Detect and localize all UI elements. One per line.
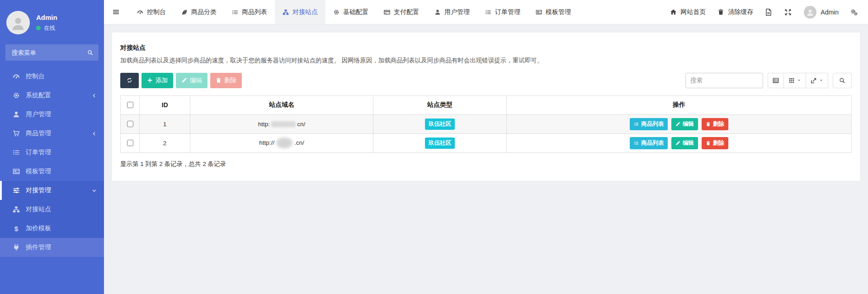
clear-cache-link[interactable]: 清除缓存 xyxy=(717,8,753,16)
export-button[interactable] xyxy=(806,73,828,88)
add-button-label: 添加 xyxy=(156,76,168,85)
home-icon xyxy=(670,9,677,15)
avatar xyxy=(6,11,30,34)
tab-label: 商品分类 xyxy=(191,8,217,16)
cell-id: 2 xyxy=(140,133,190,152)
tab-user-management[interactable]: 用户管理 xyxy=(427,0,477,24)
tab-order-management[interactable]: 订单管理 xyxy=(477,0,528,24)
search-submit-button[interactable] xyxy=(833,73,852,88)
sidebar-item-dashboard[interactable]: 控制台 xyxy=(0,67,104,86)
delete-button-label: 删除 xyxy=(224,76,236,85)
row-delete-button[interactable]: 删除 xyxy=(702,118,728,130)
sidebar-item-docking-sites[interactable]: 对接站点 xyxy=(0,200,104,219)
row-edit-button[interactable]: 编辑 xyxy=(671,118,698,130)
plug-icon xyxy=(13,244,20,251)
export-icon xyxy=(811,77,817,84)
settings-button[interactable] xyxy=(850,8,858,16)
edit-button-label: 编辑 xyxy=(190,76,202,85)
list-icon xyxy=(232,9,238,15)
refresh-button[interactable] xyxy=(120,73,139,88)
tab-label: 模板管理 xyxy=(546,8,571,16)
pencil-icon xyxy=(675,122,680,127)
menu-search-input[interactable] xyxy=(11,49,87,57)
row-delete-button[interactable]: 删除 xyxy=(702,137,728,149)
tab-payment-config[interactable]: 支付配置 xyxy=(376,0,427,24)
row-checkbox[interactable] xyxy=(127,121,133,127)
chevron-left-icon xyxy=(92,93,97,98)
columns-button[interactable] xyxy=(784,73,806,88)
tab-label: 对接站点 xyxy=(292,8,318,16)
menu-search-box[interactable] xyxy=(5,44,99,61)
language-button[interactable] xyxy=(765,8,773,16)
sidebar-item-label: 对接站点 xyxy=(26,205,51,213)
sidebar-item-plugin-management[interactable]: 插件管理 xyxy=(0,238,104,257)
avatar xyxy=(804,6,816,19)
site-home-link[interactable]: 网站首页 xyxy=(670,8,706,16)
trash-icon xyxy=(706,141,711,146)
list-icon xyxy=(485,9,491,15)
row-edit-button[interactable]: 编辑 xyxy=(671,137,698,149)
tab-label: 用户管理 xyxy=(444,8,470,16)
row-goods-list-button[interactable]: 商品列表 xyxy=(630,137,668,149)
header-checkbox-cell xyxy=(121,95,140,114)
table-search-input[interactable] xyxy=(685,73,763,88)
delete-button-disabled[interactable]: 删除 xyxy=(210,73,242,88)
cell-type: 玖伍社区 xyxy=(373,114,507,133)
sidebar-item-order-management[interactable]: 订单管理 xyxy=(0,143,104,162)
sidebar-item-label: 系统配置 xyxy=(26,91,51,100)
plus-icon xyxy=(147,77,153,83)
caret-down-icon xyxy=(797,78,801,82)
row-checkbox[interactable] xyxy=(127,140,133,146)
sidebar-item-markup-template[interactable]: $ 加价模板 xyxy=(0,219,104,238)
panel: 对接站点 加载商品列表以及选择同步商品的速度，取决于您的服务器访问对接站点的速度… xyxy=(112,33,860,181)
search-icon xyxy=(87,50,93,56)
trash-icon xyxy=(717,9,724,15)
dollar-icon: $ xyxy=(13,225,20,232)
topbar-right: 网站首页 清除缓存 Admin xyxy=(670,0,868,24)
tab-basic-config[interactable]: 基础配置 xyxy=(326,0,376,24)
list-icon xyxy=(634,141,639,146)
user-silhouette-icon xyxy=(806,9,814,17)
edit-button-disabled[interactable]: 编辑 xyxy=(176,73,208,88)
sidebar-item-user-management[interactable]: 用户管理 xyxy=(0,105,104,124)
row-goods-list-label: 商品列表 xyxy=(641,120,664,128)
refresh-icon xyxy=(127,77,132,83)
credit-card-icon xyxy=(384,9,390,15)
user-menu[interactable]: Admin xyxy=(804,6,839,19)
tab-goods-list[interactable]: 商品列表 xyxy=(224,0,275,24)
add-button[interactable]: 添加 xyxy=(142,73,173,88)
url-suffix: .cn/ xyxy=(294,139,304,146)
profile-status: 在线 xyxy=(36,24,57,32)
cell-id: 1 xyxy=(140,114,190,133)
toggle-view-button[interactable] xyxy=(768,73,784,88)
row-goods-list-button[interactable]: 商品列表 xyxy=(630,118,668,130)
tab-label: 支付配置 xyxy=(394,8,419,16)
sidebar: Admin 在线 控制台 系统配置 用户管理 商品管理 xyxy=(0,0,104,294)
sidebar-item-label: 加价模板 xyxy=(26,224,51,232)
view-button-group xyxy=(768,73,828,88)
online-status-dot xyxy=(36,26,41,30)
sidebar-toggle-button[interactable] xyxy=(104,0,127,24)
sidebar-item-label: 订单管理 xyxy=(26,148,51,156)
tab-template-management[interactable]: 模板管理 xyxy=(528,0,579,24)
tab-goods-category[interactable]: 商品分类 xyxy=(174,0,224,24)
sidebar-item-system-config[interactable]: 系统配置 xyxy=(0,86,104,105)
tab-docking-sites[interactable]: 对接站点 xyxy=(275,0,326,24)
sidebar-item-docking-management[interactable]: 对接管理 xyxy=(0,181,104,200)
sidebar-item-goods-management[interactable]: 商品管理 xyxy=(0,124,104,143)
tab-dashboard[interactable]: 控制台 xyxy=(129,0,174,24)
user-profile[interactable]: Admin 在线 xyxy=(0,0,104,43)
row-delete-label: 删除 xyxy=(713,139,724,147)
topbar-username: Admin xyxy=(821,9,839,16)
sitemap-icon xyxy=(283,9,289,15)
pagination-summary: 显示第 1 到第 2 条记录，总共 2 条记录 xyxy=(120,160,852,168)
cell-type: 玖伍社区 xyxy=(373,133,507,152)
grid-icon xyxy=(788,77,795,84)
sites-table: ID 站点域名 站点类型 操作 1 http:cn/ 玖伍社区 xyxy=(120,95,852,153)
select-all-checkbox[interactable] xyxy=(127,102,133,108)
sidebar-item-template-management[interactable]: 模板管理 xyxy=(0,162,104,181)
fullscreen-button[interactable] xyxy=(784,8,792,16)
newspaper-icon xyxy=(536,9,542,15)
url-prefix: http: xyxy=(258,121,270,128)
site-type-badge: 玖伍社区 xyxy=(425,119,455,130)
